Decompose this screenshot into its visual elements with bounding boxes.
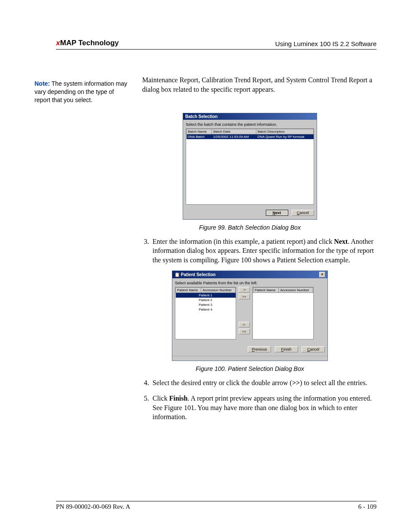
list-item[interactable]: Patient 4 xyxy=(176,307,236,312)
col-accession[interactable]: Accession Number xyxy=(201,288,236,293)
finish-button[interactable]: Finish xyxy=(275,346,298,352)
list-item[interactable]: Patient 3 xyxy=(176,302,236,307)
header-right: Using Luminex 100 IS 2.2 Software xyxy=(275,40,377,47)
col-accession[interactable]: Accession Number xyxy=(279,288,313,293)
available-patients-list[interactable]: Patient Name Accession Number Patient 1 … xyxy=(175,287,236,339)
brand-rest: MAP Technology xyxy=(60,39,118,47)
page-header: xMAP Technology Using Luminex 100 IS 2.2… xyxy=(56,39,377,50)
col-patient-name[interactable]: Patient Name xyxy=(253,288,279,293)
list-item[interactable]: Patient 2 xyxy=(176,298,236,302)
brand: xMAP Technology xyxy=(56,39,119,47)
dialog-instruction: Select the batch that contains the patie… xyxy=(183,120,317,128)
footer-right: 6 - 109 xyxy=(358,503,377,510)
step-4: Select the desired entry or click the do… xyxy=(151,378,377,388)
figure-100-caption: Figure 100. Patient Selection Dialog Box xyxy=(142,365,358,372)
col-patient-name[interactable]: Patient Name xyxy=(176,288,201,293)
batch-selection-dialog: Batch Selection Select the batch that co… xyxy=(183,113,317,220)
dialog-instruction: Select available Patients from the list … xyxy=(172,278,327,287)
table-row[interactable]: DNA Batch 1/25/2002 11:53:09 AM DNA Quan… xyxy=(187,134,314,139)
figure-99-caption: Figure 99. Batch Selection Dialog Box xyxy=(142,224,358,231)
dialog-title: Batch Selection xyxy=(183,113,317,120)
selected-patients-list[interactable]: Patient Name Accession Number xyxy=(252,287,314,339)
figure-100: 📋 Patient Selection × Select available P… xyxy=(142,271,358,372)
patient-selection-dialog: 📋 Patient Selection × Select available P… xyxy=(172,271,328,361)
col-batch-desc[interactable]: Batch Description xyxy=(256,129,313,134)
cancel-button[interactable]: Cancel xyxy=(302,346,325,352)
cell-batch-name: DNA Batch xyxy=(187,134,212,139)
add-all-button[interactable]: >> xyxy=(239,294,250,299)
note-label: Note: xyxy=(34,80,50,87)
col-batch-date[interactable]: Batch Date xyxy=(212,129,256,134)
step-5: Click Finish. A report print preview app… xyxy=(151,394,377,422)
figure-99: Batch Selection Select the batch that co… xyxy=(142,113,358,231)
cell-batch-desc: DNA Quant Run by 5P formula xyxy=(256,134,313,139)
list-item[interactable]: Patient 1 xyxy=(176,293,236,298)
step-3: Enter the information (in this example, … xyxy=(151,237,377,265)
remove-all-button[interactable]: << xyxy=(239,329,250,334)
add-button[interactable]: -> xyxy=(239,287,250,292)
col-batch-name[interactable]: Batch Name xyxy=(187,129,212,134)
cancel-button[interactable]: Cancel xyxy=(292,210,314,216)
close-icon[interactable]: × xyxy=(319,272,325,277)
previous-button[interactable]: Previous xyxy=(248,346,271,352)
status-bar xyxy=(172,356,327,361)
remove-button[interactable]: <- xyxy=(239,322,250,327)
footer-left: PN 89-00002-00-069 Rev. A xyxy=(56,503,130,510)
side-note: Note: The system information may vary de… xyxy=(34,75,129,104)
cell-batch-date: 1/25/2002 11:53:09 AM xyxy=(212,134,256,139)
intro-paragraph: Maintenance Report, Calibration Trend Re… xyxy=(142,75,377,94)
batch-table[interactable]: Batch Name Batch Date Batch Description … xyxy=(186,128,314,205)
dialog-title: 📋 Patient Selection xyxy=(174,272,215,277)
page-footer: PN 89-00002-00-069 Rev. A 6 - 109 xyxy=(56,501,377,510)
next-button[interactable]: Next xyxy=(266,210,288,216)
